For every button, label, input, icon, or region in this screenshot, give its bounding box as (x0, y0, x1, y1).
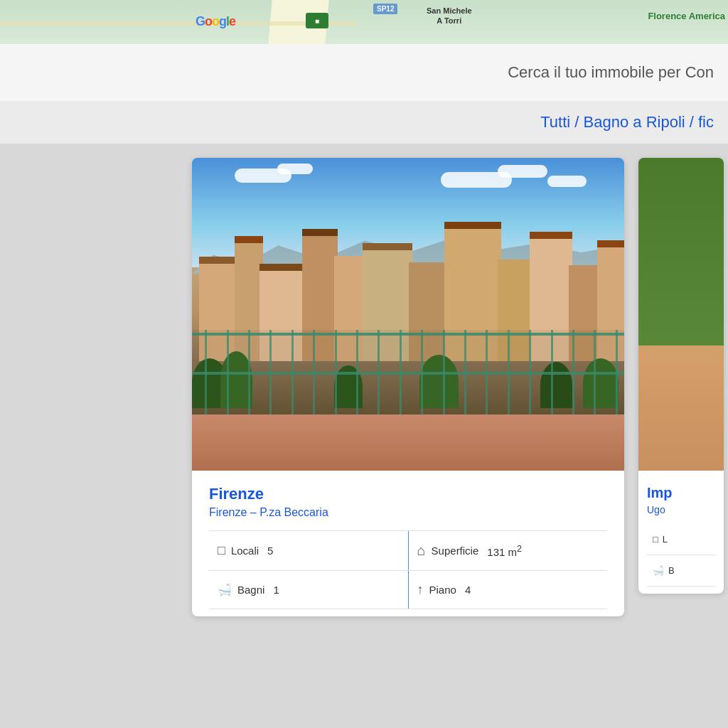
partial-detail-row-2: 🛁 B (647, 555, 715, 587)
property-details: □ Locali 5 ⌂ Superficie 131 m2 🛁 Bagni (209, 530, 607, 609)
house-icon: ⌂ (417, 542, 426, 559)
property-address[interactable]: Firenze – P.za Beccaria (209, 506, 607, 519)
cards-section: Firenze Firenze – P.za Beccaria □ Locali… (0, 144, 728, 728)
breadcrumb[interactable]: Tutti / Bagno a Ripoli / fic (540, 113, 714, 132)
property-info-1: Firenze Firenze – P.za Beccaria □ Locali… (192, 471, 624, 616)
bath-icon: 🛁 (218, 583, 232, 596)
superficie-unit: m2 (505, 546, 522, 558)
partial-address[interactable]: Ugo (647, 504, 715, 515)
partial-info: Imp Ugo □ L 🛁 B (638, 471, 724, 594)
detail-piano: ↑ Piano 4 (408, 571, 608, 609)
partial-bagni-label: B (668, 565, 675, 576)
superscript-2: 2 (517, 544, 522, 554)
map-florence-america-label: Florence America (648, 11, 728, 21)
bagni-label: Bagni (237, 584, 264, 596)
partial-detail-bagni: 🛁 B (647, 555, 715, 586)
google-logo: Google (196, 14, 235, 29)
property-image-1 (192, 158, 624, 471)
piano-label: Piano (429, 584, 456, 596)
details-row-1: □ Locali 5 ⌂ Superficie 131 m2 (209, 531, 607, 571)
superficie-label: Superficie (432, 545, 479, 557)
map-section: Google ■ SP12 San MicheleA Torri Florenc… (0, 0, 728, 44)
map-background: Google ■ SP12 San MicheleA Torri Florenc… (0, 0, 728, 44)
partial-detail-row-1: □ L (647, 524, 715, 555)
map-sp12-badge: SP12 (373, 4, 397, 14)
floor-icon: ↑ (417, 582, 424, 597)
piano-value: 4 (465, 584, 471, 596)
map-san-michele-label: San MicheleA Torri (427, 6, 472, 26)
property-image-2 (638, 158, 724, 471)
locali-label: Locali (231, 545, 259, 557)
property-city[interactable]: Firenze (209, 485, 607, 503)
search-section: Cerca il tuo immobile per Con (0, 44, 728, 101)
partial-room-icon: □ (653, 534, 658, 545)
superficie-value: 131 m2 (487, 544, 522, 558)
partial-locali-label: L (663, 534, 668, 545)
bagni-value: 1 (273, 584, 279, 596)
room-icon: □ (218, 543, 225, 558)
partial-detail-locali: □ L (647, 524, 715, 555)
search-text: Cerca il tuo immobile per Con (508, 63, 714, 82)
detail-locali: □ Locali 5 (209, 531, 408, 570)
partial-bath-icon: 🛁 (653, 565, 664, 576)
detail-superficie: ⌂ Superficie 131 m2 (408, 531, 608, 570)
breadcrumb-section: Tutti / Bagno a Ripoli / fic (0, 101, 728, 144)
property-card-2[interactable]: Imp Ugo □ L 🛁 B (638, 158, 724, 594)
details-row-2: 🛁 Bagni 1 ↑ Piano 4 (209, 571, 607, 609)
property-card-1[interactable]: Firenze Firenze – P.za Beccaria □ Locali… (192, 158, 624, 616)
detail-bagni: 🛁 Bagni 1 (209, 571, 408, 609)
map-marker: ■ (306, 13, 328, 28)
locali-value: 5 (267, 545, 273, 557)
partial-city[interactable]: Imp (647, 485, 715, 501)
